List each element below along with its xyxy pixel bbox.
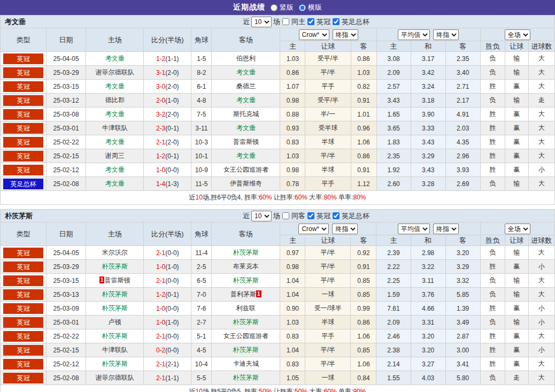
column-header-row: 类型 日期 主场 比分(半场) 角球 客场 Crow*终指 平均值终指 全场: [1, 28, 555, 41]
score: 1-2(0-1): [144, 288, 191, 302]
avg-odds-away: 2.03: [445, 121, 480, 135]
layout-option-vertical[interactable]: 竖版: [271, 3, 294, 12]
avg-odds-home: 3.08: [376, 52, 411, 66]
result-goals: 小: [528, 260, 554, 274]
league-filter-label: 英冠: [317, 17, 330, 27]
sub-header-handicap-home: 主: [280, 41, 305, 52]
horizontal-radio[interactable]: [299, 4, 306, 11]
bookmaker-select[interactable]: Crow*: [299, 29, 329, 40]
match-row: 英冠 25-03-29 朴茨茅斯 1-0(1-0) 2-5 布莱克本 0.98 …: [1, 260, 555, 274]
avg-odds-home: 1.92: [376, 163, 411, 177]
corner-score: 8-2: [191, 66, 212, 80]
bookmaker-odds-time-select[interactable]: 终指: [333, 29, 358, 40]
recent-count-select[interactable]: 10: [251, 211, 272, 221]
bookmaker-select[interactable]: Crow*: [298, 224, 329, 234]
league-type-badge: 英冠: [3, 137, 43, 148]
sub-header-handicap-away: 客: [351, 41, 376, 52]
home-team: 朴茨茅斯: [86, 302, 144, 316]
away-team: 考文垂: [212, 94, 280, 107]
handicap-line: 平/半: [305, 260, 351, 274]
average-odds-select[interactable]: 平均值: [398, 29, 430, 40]
same-venue-checkbox[interactable]: [282, 212, 289, 219]
avg-odds-home: 2.14: [376, 357, 411, 371]
home-team: 考文垂: [86, 177, 144, 191]
avg-odds-draw: 3.29: [411, 149, 445, 163]
bookmaker-odds-time-select[interactable]: 终指: [332, 224, 358, 234]
avg-odds-draw: 3.31: [411, 316, 445, 329]
avg-odds-home: 2.46: [376, 329, 411, 343]
handicap-odds-away: 1.01: [351, 107, 376, 121]
sub-header-avg-home: 主: [376, 41, 411, 52]
away-team: 斯托克城: [212, 107, 280, 121]
result-winloss: 负: [480, 274, 505, 288]
handicap-odds-away: 1.06: [351, 329, 376, 343]
cup-filter-checkbox[interactable]: [333, 18, 340, 25]
match-date: 25-03-13: [47, 288, 86, 302]
match-row: 英冠 25-02-12 朴茨茅斯 2-1(2-1) 10-4 卡迪夫城 0.83…: [1, 357, 555, 371]
avg-odds-draw: 3.42: [411, 66, 445, 80]
handicap-line: 平/半: [305, 149, 351, 163]
score: 3-2(2-0): [144, 107, 191, 121]
match-date: 25-02-08: [47, 371, 86, 385]
result-winloss: 胜: [480, 329, 505, 343]
league-filter-checkbox[interactable]: [307, 18, 314, 25]
match-row: 英冠 25-02-12 考文垂 1-0(0-0) 10-9 女王公园巡游者 0.…: [1, 163, 555, 177]
result-winloss: 胜: [480, 80, 505, 94]
match-date: 25-02-15: [47, 149, 86, 163]
handicap-odds-home: 0.98: [280, 260, 305, 274]
result-winloss: 胜: [480, 163, 505, 177]
away-team: 女王公园巡游者: [212, 329, 280, 343]
score: 2-1(0-0): [144, 274, 191, 288]
scope-select[interactable]: 全场: [505, 224, 530, 234]
vertical-radio[interactable]: [271, 4, 278, 11]
result-handicap: 赢: [505, 121, 528, 135]
avg-odds-away: 4.91: [445, 107, 480, 121]
handicap-odds-away: 0.84: [351, 371, 376, 385]
score: 1-0(0-0): [144, 302, 191, 316]
match-type-cell: 英冠: [1, 371, 47, 385]
away-team: 朴茨茅斯: [212, 316, 280, 329]
sub-header-handicap-result: 让球: [505, 235, 528, 246]
league-type-badge: 英冠: [3, 81, 43, 92]
score: 1-2(0-1): [144, 149, 191, 163]
handicap-odds-home: 1.05: [280, 371, 305, 385]
away-team: 考文垂: [212, 121, 280, 135]
avg-odds-draw: 4.03: [411, 371, 445, 385]
match-type-cell: 英冠: [1, 135, 47, 149]
result-goals: 大: [528, 135, 554, 149]
average-odds-time-select[interactable]: 终指: [433, 224, 459, 234]
league-type-badge: 英冠: [3, 248, 43, 258]
match-type-cell: 英冠: [1, 288, 47, 302]
result-goals: 大: [528, 288, 554, 302]
sub-header-goals: 进球数: [528, 235, 554, 246]
avg-odds-away: 3.49: [445, 316, 480, 329]
handicap-odds-away: 1.03: [351, 66, 376, 80]
away-team: 朴茨茅斯: [212, 246, 280, 260]
match-date: 25-03-29: [47, 66, 86, 80]
handicap-line: 一球: [305, 371, 351, 385]
handicap-odds-away: 0.99: [351, 302, 376, 316]
recent-count-select[interactable]: 10: [251, 17, 272, 27]
handicap-line: 半/一: [305, 107, 351, 121]
home-team: 朴茨茅斯: [86, 357, 144, 371]
handicap-odds-away: 0.86: [351, 149, 376, 163]
average-odds-select[interactable]: 平均值: [398, 224, 430, 234]
layout-option-horizontal[interactable]: 横版: [299, 3, 322, 12]
scope-select[interactable]: 全场: [505, 29, 530, 40]
avg-odds-draw: 3.24: [411, 80, 445, 94]
corner-score: 10-1: [191, 149, 212, 163]
handicap-odds-away: 0.85: [351, 274, 376, 288]
corner-score: 11-5: [191, 177, 212, 191]
same-venue-label: 同客: [291, 211, 305, 221]
avg-odds-home: 1.83: [376, 135, 411, 149]
match-type-cell: 英冠: [1, 149, 47, 163]
same-venue-checkbox[interactable]: [282, 18, 289, 25]
league-filter-checkbox[interactable]: [307, 212, 314, 219]
col-header-score: 比分(半场): [144, 28, 191, 52]
cup-filter-checkbox[interactable]: [333, 212, 340, 219]
league-type-badge: 英冠: [3, 331, 43, 342]
match-date: 25-03-09: [47, 302, 86, 316]
match-date: 25-02-15: [47, 343, 86, 357]
league-type-badge: 英冠: [3, 345, 43, 356]
average-odds-time-select[interactable]: 终指: [433, 29, 459, 40]
